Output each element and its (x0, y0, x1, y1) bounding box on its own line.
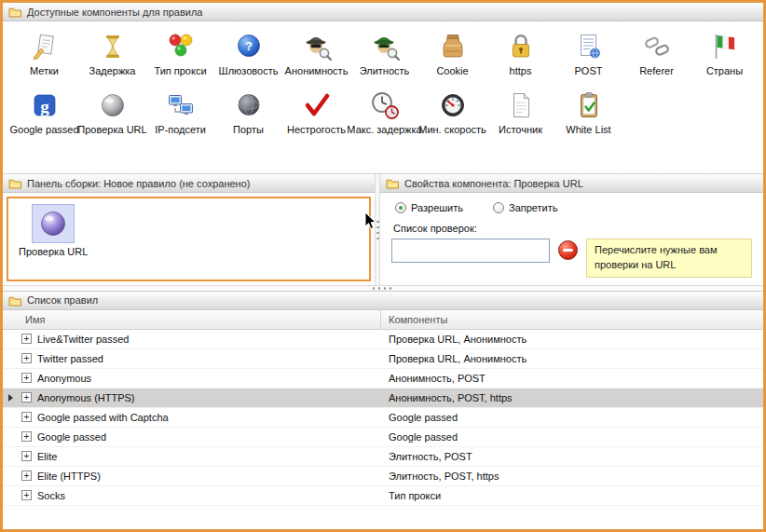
rule-components-cell: Google passed (381, 412, 763, 423)
rule-components-cell: Google passed (381, 431, 763, 443)
red-check-icon (301, 89, 333, 121)
component-google-passed[interactable]: g Google passed (10, 89, 78, 135)
components-row-1: Метки Задержка (3, 31, 763, 76)
panel-folder-icon (8, 177, 22, 189)
component-min-speed[interactable]: Мин. скорость (418, 89, 486, 135)
component-gateway[interactable]: ? Шлюзовость (214, 31, 282, 76)
rule-name-cell: Google passed with Captcha (18, 412, 381, 423)
rules-panel-title: Список правил (27, 294, 98, 306)
component-source[interactable]: Источник (486, 89, 554, 135)
expand-icon[interactable] (21, 431, 32, 442)
expand-icon[interactable] (21, 451, 32, 461)
rule-components-cell: Элитность, POST (381, 451, 763, 462)
network-computers-icon (165, 89, 197, 121)
build-selected-component[interactable]: Проверка URL (19, 204, 88, 257)
component-delay[interactable]: Задержка (78, 31, 146, 76)
table-row[interactable]: Twitter passed Проверка URL, Анонимность (3, 349, 763, 369)
component-label: Порты (233, 124, 264, 135)
table-row[interactable]: Google passed Google passed (3, 428, 763, 447)
panel-folder-icon (8, 294, 22, 307)
svg-text:?: ? (245, 39, 253, 53)
rules-panel: Список правил Имя Компоненты Live&Twitte… (3, 292, 763, 529)
column-header-components[interactable]: Компоненты (381, 310, 763, 329)
component-ip-subnets[interactable]: IP-подсети (146, 89, 214, 135)
expand-icon[interactable] (21, 334, 32, 344)
table-row[interactable]: Anonymous Анонимность, POST (3, 369, 763, 389)
properties-panel-title: Свойства компонента: Проверка URL (404, 178, 583, 189)
component-proxy-type[interactable]: Тип прокси (146, 31, 214, 76)
component-referer[interactable]: Referer (622, 31, 691, 76)
expand-icon[interactable] (21, 471, 32, 481)
table-row[interactable]: Socks Тип прокси (3, 486, 763, 506)
rules-table-header: Имя Компоненты (3, 310, 763, 330)
gateway-globe-icon: ? (233, 31, 265, 62)
table-row[interactable]: Elite Элитность, POST (3, 447, 763, 467)
component-post[interactable]: POST (554, 31, 622, 76)
component-url-check[interactable]: Проверка URL (78, 89, 146, 135)
component-max-delay[interactable]: Макс. задержка (350, 89, 418, 135)
component-label: Источник (499, 124, 542, 135)
column-header-name[interactable]: Имя (18, 310, 381, 329)
component-elite[interactable]: Элитность (350, 31, 418, 76)
table-row[interactable]: Google passed with Captcha Google passed (3, 408, 763, 428)
row-gutter (3, 408, 18, 427)
radio-allow-circle-icon[interactable] (395, 202, 406, 213)
expand-icon[interactable] (21, 490, 32, 500)
column-header-gutter (3, 310, 18, 329)
component-label: Нестрогость (287, 124, 346, 135)
table-row[interactable]: Live&Twitter passed Проверка URL, Аноним… (3, 330, 763, 349)
component-ports[interactable]: Порты (214, 89, 282, 135)
components-panel-header: Доступные компоненты для правила (3, 3, 763, 21)
rule-components-cell: Анонимность, POST (381, 373, 763, 384)
component-label: IP-подсети (155, 124, 206, 135)
component-nonstrict[interactable]: Нестрогость (282, 89, 350, 135)
component-https[interactable]: https (486, 31, 554, 76)
https-lock-icon (505, 31, 537, 62)
component-countries[interactable]: Страны (691, 31, 759, 76)
rule-builder-window: Доступные компоненты для правила Метки (0, 0, 766, 532)
whitelist-clipboard-icon (573, 89, 605, 121)
rule-name: Google passed (37, 431, 106, 443)
row-gutter (3, 349, 18, 368)
rule-name-cell: Elite (HTTPS) (18, 471, 381, 482)
radio-deny[interactable]: Запретить (493, 202, 558, 213)
traffic-light-icon (165, 31, 197, 62)
expand-icon[interactable] (21, 353, 32, 363)
properties-panel-header: Свойства компонента: Проверка URL (380, 174, 763, 193)
component-label: Страны (706, 65, 743, 76)
expand-icon[interactable] (21, 412, 32, 422)
row-gutter (3, 486, 18, 505)
component-label: Анонимность (285, 65, 349, 76)
component-cookie[interactable]: Cookie (418, 31, 486, 76)
build-canvas[interactable]: Проверка URL (7, 197, 371, 281)
component-tags[interactable]: Метки (10, 31, 78, 76)
component-label: Cookie (436, 65, 468, 76)
radio-allow[interactable]: Разрешить (395, 202, 463, 213)
table-row-selected[interactable]: Anonymous (HTTPS) Анонимность, POST, htt… (3, 389, 763, 408)
components-toolbar: Метки Задержка (3, 21, 763, 173)
component-label: Referer (639, 65, 674, 76)
expand-icon[interactable] (21, 392, 32, 402)
component-anonymity[interactable]: Анонимность (282, 31, 350, 76)
splitter-grip-icon (371, 287, 395, 290)
cookie-jar-icon (437, 31, 469, 62)
radio-deny-label: Запретить (509, 202, 558, 213)
radio-deny-circle-icon[interactable] (493, 202, 504, 213)
checks-list-input[interactable] (391, 239, 550, 263)
minus-icon (563, 249, 573, 252)
component-label: Метки (30, 65, 59, 76)
ports-globe-icon (233, 89, 265, 121)
rule-name-cell: Elite (18, 451, 381, 462)
remove-button[interactable] (558, 240, 578, 260)
row-gutter (3, 369, 18, 388)
component-label: White List (566, 124, 610, 135)
table-row[interactable]: Elite (HTTPS) Элитность, POST, https (3, 467, 763, 486)
expand-icon[interactable] (21, 373, 32, 383)
speedometer-icon (437, 89, 469, 121)
horizontal-splitter[interactable] (3, 285, 763, 292)
rule-name: Twitter passed (37, 353, 103, 364)
row-gutter (3, 467, 18, 485)
notes-icon (29, 31, 61, 62)
components-panel-title: Доступные компоненты для правила (27, 7, 203, 18)
component-white-list[interactable]: White List (554, 89, 622, 135)
